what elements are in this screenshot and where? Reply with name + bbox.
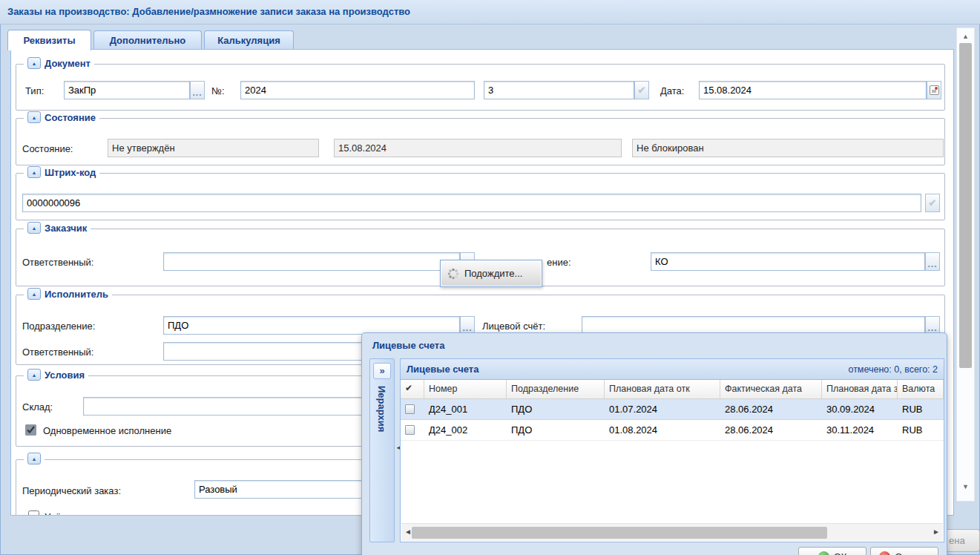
column-division[interactable]: Подразделение	[507, 380, 605, 398]
scroll-down-icon[interactable]: ▼	[957, 483, 974, 490]
date-picker-button[interactable]	[927, 81, 941, 99]
fieldset-document-legend: Документ	[45, 58, 91, 69]
accounts-grid: Лицевые счета отмечено: 0, всего: 2 ✔ Но…	[400, 358, 944, 542]
number-seq-input[interactable]	[484, 81, 634, 99]
type-input[interactable]	[64, 81, 190, 99]
table-row[interactable]: Д24_002 ПДО 01.08.2024 28.06.2024 30.11.…	[401, 420, 944, 441]
tab-dopolnitelno[interactable]: Дополнительно	[93, 30, 202, 50]
number-year-input[interactable]	[240, 81, 475, 99]
cell-number: Д24_001	[424, 404, 507, 415]
date-label: Дата:	[660, 85, 684, 96]
type-label: Тип:	[25, 85, 44, 96]
hscrollbar-thumb[interactable]	[412, 527, 827, 539]
ok-button-label: ОК	[834, 551, 847, 555]
cell-plan-open: 01.08.2024	[605, 424, 720, 436]
cancel-button-partial[interactable]: ена	[947, 529, 980, 552]
dialog-cancel-button[interactable]: ✘ Отмена	[870, 547, 938, 555]
table-row[interactable]: Д24_001 ПДО 01.07.2024 28.06.2024 30.09.…	[401, 399, 944, 420]
grid-header: Лицевые счета отмечено: 0, всего: 2	[401, 359, 944, 380]
cell-fact-open: 28.06.2024	[720, 424, 822, 436]
row-checkbox[interactable]	[405, 404, 415, 414]
cell-fact-open: 28.06.2024	[720, 404, 822, 415]
app-window: Заказы на производство: Добавление/размн…	[0, 0, 980, 555]
main-scrollbar[interactable]: ▲ ▼	[956, 27, 975, 502]
ok-check-icon: ✔	[818, 551, 829, 555]
fieldset-executor-legend: Исполнитель	[45, 289, 108, 300]
scroll-right-icon[interactable]: ►	[933, 528, 940, 536]
fieldset-state-legend: Состояние	[45, 112, 96, 123]
date-input[interactable]	[699, 81, 927, 99]
window-title: Заказы на производство: Добавление/размн…	[7, 6, 410, 17]
cell-plan-close: 30.09.2024	[822, 404, 898, 415]
confirm-number-button[interactable]: ✔	[634, 81, 649, 99]
wait-popup: Подождите...	[440, 260, 542, 287]
column-plan-open[interactable]: Плановая дата отк	[605, 380, 720, 398]
ok-button[interactable]: ✔ ОК	[798, 547, 866, 555]
cancel-button-label: Отмена	[895, 551, 930, 555]
state-label: Состояние:	[22, 143, 73, 154]
customer-division-lookup-button[interactable]: ...	[925, 252, 940, 271]
row-checkbox[interactable]	[405, 425, 415, 435]
column-number[interactable]: Номер	[424, 380, 507, 398]
fieldset-state: ▲ Состояние Состояние:	[16, 118, 945, 165]
cell-currency: RUB	[898, 424, 944, 436]
grid-title: Лицевые счета	[407, 364, 479, 375]
fieldset-barcode: ▲ Штрих-код ✔	[16, 173, 945, 220]
column-plan-close[interactable]: Плановая дата зак	[822, 380, 898, 398]
fieldset-barcode-legend: Штрих-код	[45, 167, 96, 178]
scrollbar-thumb[interactable]	[959, 43, 972, 368]
calendar-checkbox[interactable]	[28, 510, 39, 516]
customer-responsible-label: Ответственный:	[22, 257, 93, 268]
warehouse-label: Склад:	[22, 401, 53, 413]
collapse-customer-button[interactable]: ▲	[27, 222, 41, 234]
wait-popup-text: Подождите...	[464, 268, 522, 279]
cell-division: ПДО	[507, 404, 605, 415]
customer-division-input[interactable]	[651, 252, 925, 271]
tab-kalkulyaciya[interactable]: Калькуляция	[204, 30, 294, 50]
type-lookup-button[interactable]: ...	[190, 81, 205, 99]
sidebar-tab-hierarchy[interactable]: Иерархия	[376, 386, 387, 432]
cell-plan-close: 30.11.2024	[822, 424, 898, 436]
cell-plan-open: 01.07.2024	[605, 404, 720, 415]
fieldset-conditions-legend: Условия	[45, 370, 85, 381]
grid-rows: Д24_001 ПДО 01.07.2024 28.06.2024 30.09.…	[401, 399, 944, 441]
account-label: Лицевой счёт:	[482, 321, 545, 332]
cell-number: Д24_002	[424, 424, 507, 436]
barcode-input[interactable]	[22, 194, 921, 212]
dialog-title: Лицевые счета	[372, 340, 444, 351]
grid-counter: отмечено: 0, всего: 2	[848, 364, 938, 375]
executor-division-label: Подразделение:	[22, 321, 95, 332]
simultaneous-label: Одновременное исполнение	[43, 425, 171, 436]
grid-horizontal-scrollbar[interactable]: ◄ ►	[401, 523, 943, 541]
window-titlebar: Заказы на производство: Добавление/размн…	[0, 0, 980, 24]
confirm-barcode-button[interactable]: ✔	[925, 194, 940, 212]
column-fact-open[interactable]: Фактическая дата	[720, 380, 822, 398]
expand-sidebar-button[interactable]: »	[373, 363, 391, 379]
check-icon: ✔	[638, 85, 646, 96]
fieldset-customer-legend: Заказчик	[45, 223, 87, 234]
grid-column-headers: ✔ Номер Подразделение Плановая дата отк …	[401, 380, 944, 399]
collapse-conditions-button[interactable]: ▲	[27, 369, 41, 381]
accounts-dialog: Лицевые счета » Иерархия ◄ Лицевые счета…	[361, 332, 947, 555]
fieldset-document: ▲ Документ Тип: ... №: ✔ Дата:	[16, 64, 945, 111]
simultaneous-checkbox[interactable]	[25, 424, 36, 436]
collapse-executor-button[interactable]: ▲	[27, 288, 41, 300]
column-currency[interactable]: Валюта	[898, 380, 944, 398]
cell-currency: RUB	[898, 404, 944, 415]
tab-rekvizity[interactable]: Реквизиты	[7, 30, 91, 50]
collapse-state-button[interactable]: ▲	[27, 111, 41, 123]
scroll-up-icon[interactable]: ▲	[957, 33, 974, 40]
customer-division-label-partial: ение:	[547, 257, 571, 268]
periodic-order-label: Периодический заказ:	[22, 485, 121, 496]
scroll-left-icon[interactable]: ◄	[404, 528, 412, 536]
column-select-all[interactable]: ✔	[401, 380, 424, 398]
check-icon: ✔	[929, 197, 937, 208]
calendar-label: Учёт календаря	[45, 511, 116, 516]
collapse-barcode-button[interactable]: ▲	[27, 166, 41, 178]
executor-responsible-label: Ответственный:	[22, 347, 93, 358]
customer-responsible-input[interactable]	[163, 252, 460, 271]
collapse-periodic-button[interactable]: ▲	[27, 453, 41, 464]
collapse-document-button[interactable]: ▲	[27, 57, 41, 69]
select-all-check-icon: ✔	[405, 383, 412, 393]
cancel-x-icon: ✘	[879, 551, 890, 555]
